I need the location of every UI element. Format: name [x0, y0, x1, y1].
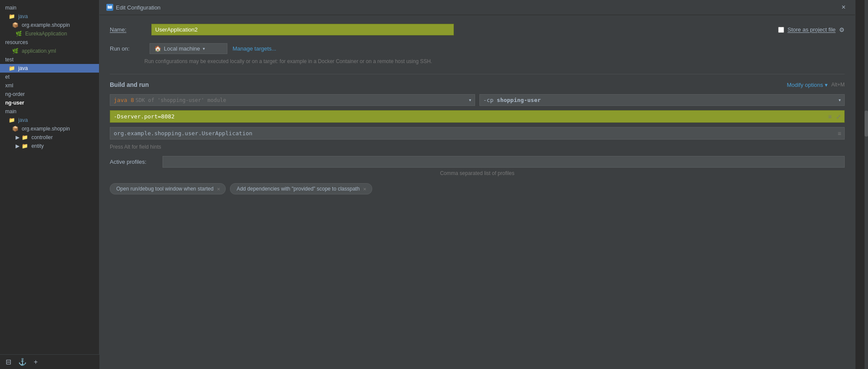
yaml-icon: 🌿	[12, 48, 19, 54]
copy-icon: ≡	[828, 113, 832, 120]
svg-rect-1	[109, 5, 111, 6]
sidebar-toolbar: ⊟ ⚓ +	[0, 354, 99, 369]
sidebar-item-java1[interactable]: 📁 java	[0, 12, 99, 21]
sidebar-item-label: org.example.shoppin	[22, 126, 70, 132]
sidebar-item-java3[interactable]: 📁 java	[0, 116, 99, 124]
manage-targets-link[interactable]: Manage targets...	[233, 45, 276, 52]
sdk-dropdown[interactable]: java 8 SDK of 'shopping-user' module ▾	[110, 94, 475, 106]
sidebar-item-label: EurekaApplication	[25, 31, 67, 37]
build-run-header: Build and run Modify options ▾ Alt+M	[110, 81, 845, 88]
expand-icon: ⤢	[836, 113, 841, 120]
sidebar-item-resources[interactable]: resources	[0, 38, 99, 47]
package-icon: 📦	[12, 22, 19, 28]
sidebar-item-controller[interactable]: ▶ 📁 controller	[0, 133, 99, 142]
local-machine-label: Local machine	[164, 45, 200, 52]
expand-icon-button[interactable]: ⤢	[835, 112, 842, 121]
sidebar-item-package2[interactable]: 📦 org.example.shoppin	[0, 124, 99, 133]
sidebar-item-appyml[interactable]: 🌿 application.yml	[0, 47, 99, 55]
name-store-row: Name: Store as project file ⚙	[110, 24, 845, 35]
sdk-cp-row: java 8 SDK of 'shopping-user' module ▾ -…	[110, 94, 845, 106]
sidebar-section-label: xml	[5, 83, 13, 89]
close-button[interactable]: ×	[839, 3, 848, 12]
active-profiles-input[interactable]	[163, 156, 845, 168]
sidebar-item-eureka[interactable]: 🌿 EurekaApplication	[0, 29, 99, 38]
tag-1-close-button[interactable]: ×	[217, 186, 220, 192]
run-on-label: Run on:	[110, 45, 144, 52]
sidebar-item-package1[interactable]: 📦 org.example.shoppin	[0, 21, 99, 29]
sidebar-section-label: ng-order	[5, 91, 25, 97]
modify-shortcut: Alt+M	[831, 82, 845, 88]
sdk-suffix: SDK of 'shopping-user' module	[136, 97, 227, 103]
main-class-input[interactable]	[110, 127, 845, 140]
sdk-chevron-icon: ▾	[469, 98, 471, 102]
svg-rect-0	[108, 6, 112, 9]
section-divider	[110, 74, 845, 74]
folder-icon: 📁	[22, 143, 28, 149]
active-profiles-label: Active profiles:	[110, 159, 157, 165]
scrollbar-thumb[interactable]	[865, 111, 868, 137]
profiles-hint: Comma separated list of profiles	[110, 170, 845, 176]
list-icon[interactable]: ≡	[838, 130, 841, 137]
sidebar: main 📁 java 📦 org.example.shoppin 🌿 Eure…	[0, 0, 99, 369]
run-hint-text: Run configurations may be executed local…	[144, 57, 845, 65]
cp-text: -cp shopping-user	[483, 97, 541, 103]
vm-options-input[interactable]	[110, 110, 845, 123]
sidebar-item-ng-user[interactable]: ng-user	[0, 99, 99, 107]
tag-chip-1: Open run/debug tool window when started …	[110, 183, 226, 194]
name-label: Name:	[110, 26, 144, 33]
sidebar-item-main1[interactable]: main	[0, 3, 99, 12]
scrollbar-track[interactable]	[865, 0, 868, 369]
sidebar-item-java2[interactable]: 📁 java	[0, 64, 99, 73]
name-input[interactable]	[151, 24, 454, 35]
folder-icon: 📁	[9, 117, 15, 123]
modify-options-button[interactable]: Modify options ▾	[787, 82, 828, 88]
sidebar-item-main2[interactable]: main	[0, 107, 99, 116]
tag-1-label: Open run/debug tool window when started	[116, 186, 214, 192]
sdk-java-label: java 8	[114, 97, 134, 103]
cp-dropdown[interactable]: -cp shopping-user ▾	[479, 94, 845, 106]
store-project-row: Store as project file ⚙	[778, 26, 845, 33]
modify-options-label: Modify options	[787, 82, 823, 88]
sidebar-section-label: ng-user	[5, 100, 24, 106]
add-button[interactable]: +	[32, 356, 40, 367]
vm-options-row: ≡ ⤢	[110, 110, 845, 123]
sidebar-item-ng-order[interactable]: ng-order	[0, 90, 99, 99]
sidebar-item-xml[interactable]: xml	[0, 81, 99, 90]
copy-icon-button[interactable]: ≡	[827, 112, 833, 121]
cp-chevron-icon: ▾	[839, 98, 841, 102]
sidebar-section-label: test	[5, 57, 13, 63]
spring-icon: 🌿	[16, 31, 22, 37]
field-hint: Press Alt for field hints	[110, 144, 845, 150]
dialog-title-area: Edit Configuration	[106, 4, 160, 11]
sidebar-section-label: main	[5, 108, 16, 115]
cp-value: shopping-user	[497, 97, 541, 103]
chevron-down-icon: ▾	[825, 82, 828, 88]
tag-2-close-button[interactable]: ×	[363, 186, 367, 192]
sidebar-item-label: java	[18, 13, 28, 19]
chevron-right-icon: ▶	[16, 143, 19, 149]
tags-row: Open run/debug tool window when started …	[110, 183, 845, 194]
sidebar-item-test[interactable]: test	[0, 55, 99, 64]
anchor-button[interactable]: ⚓	[16, 356, 29, 367]
tag-chip-2: Add dependencies with "provided" scope t…	[230, 183, 372, 194]
right-panel	[855, 0, 868, 369]
sidebar-item-label: java	[18, 117, 28, 123]
active-profiles-row: Active profiles:	[110, 156, 845, 168]
run-on-row: Run on: 🏠 Local machine ▾ Manage targets…	[110, 43, 845, 54]
sidebar-item-label: application.yml	[22, 48, 56, 54]
sidebar-item-label: java	[18, 65, 28, 71]
sidebar-item-et[interactable]: et	[0, 73, 99, 81]
vm-input-icons: ≡ ⤢	[827, 112, 842, 121]
sidebar-item-entity[interactable]: ▶ 📁 entity	[0, 142, 99, 150]
local-machine-dropdown[interactable]: 🏠 Local machine ▾	[150, 43, 227, 54]
gear-icon[interactable]: ⚙	[839, 26, 845, 33]
dialog-header: Edit Configuration ×	[99, 0, 855, 15]
sdk-text: java 8 SDK of 'shopping-user' module	[114, 97, 226, 103]
chevron-right-icon: ▶	[16, 134, 19, 140]
sidebar-section-label: resources	[5, 39, 28, 45]
store-as-project-label[interactable]: Store as project file	[788, 26, 836, 33]
filter-button[interactable]: ⊟	[3, 356, 13, 367]
store-checkbox[interactable]	[778, 27, 784, 33]
tag-2-label: Add dependencies with "provided" scope t…	[236, 186, 360, 192]
edit-configuration-dialog: Edit Configuration × Name: Store as proj…	[99, 0, 855, 369]
